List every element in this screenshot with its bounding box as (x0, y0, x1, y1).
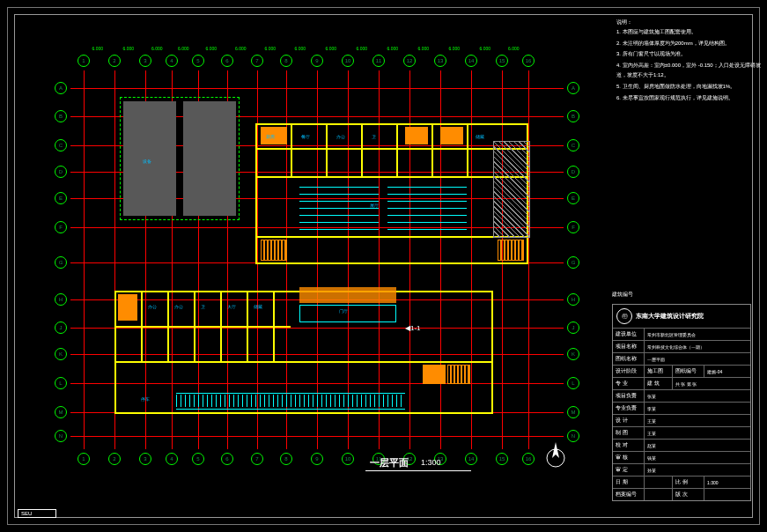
parking-slot (352, 395, 358, 407)
tb-value: 孙某 (645, 464, 750, 476)
grid-bubble: 13 (434, 55, 446, 67)
title-underline (365, 470, 471, 471)
stair (447, 365, 470, 384)
grid-bubble: L (55, 377, 67, 389)
grid-bubble: 5 (192, 453, 204, 465)
room-label: 设备 (143, 159, 151, 164)
stair-core (405, 127, 428, 144)
grid-bubble: 8 (280, 55, 292, 67)
grid-bubble: 4 (166, 55, 178, 67)
parking-slot (370, 395, 375, 407)
parking-slot (379, 395, 384, 407)
tb-label: 日 期 (613, 477, 645, 488)
grid-bubble: 7 (251, 55, 263, 67)
wall (220, 291, 222, 361)
tb-value: 张某 (645, 390, 750, 402)
grid-bubble: 14 (465, 55, 477, 67)
tb-label: 设 计 (613, 415, 645, 426)
parking-slot (220, 395, 225, 407)
wall (255, 176, 528, 178)
wall (396, 123, 398, 176)
tb-value: 李某 (645, 403, 750, 414)
parking-row (176, 393, 405, 409)
room-label: 展厅 (370, 203, 379, 208)
wall (326, 123, 328, 176)
tb-value: 共 张 第 张 (673, 378, 750, 389)
title-block: ㊞ 东南大学建筑设计研究院 建设单位常州市新北区管理委员会 项目名称常州科技文化… (612, 304, 751, 501)
tb-label: 图纸名称 (613, 353, 645, 365)
wall (167, 291, 169, 361)
grid-line-v (84, 70, 85, 449)
room-label: 餐厅 (301, 134, 310, 139)
wall (114, 361, 493, 363)
wall (273, 291, 275, 361)
dim-label: 6.000 (357, 46, 368, 51)
parking-slot (238, 395, 243, 407)
wall (291, 123, 292, 176)
room-label: 储藏 (476, 134, 484, 139)
parking-slot (291, 395, 296, 407)
grid-bubble: C (567, 139, 579, 151)
note-item: 5. 卫生间、厨房地面做防水处理，向地漏找坡1%。 (616, 82, 762, 92)
tb-value (645, 477, 673, 488)
title-block-header: ㊞ 东南大学建筑设计研究院 (613, 305, 750, 329)
tb-value (704, 489, 750, 500)
tb-value: 建 筑 (645, 378, 673, 389)
grid-bubble: 12 (403, 55, 416, 67)
grid-bubble: K (567, 348, 579, 360)
north-arrow-icon (546, 440, 565, 469)
parking-slot (273, 395, 278, 407)
parking-slot (203, 395, 208, 407)
grid-bubble: 7 (251, 453, 263, 465)
grid-bubble: 2 (108, 453, 121, 465)
parking-slot (264, 395, 269, 407)
room-label: 储藏 (254, 304, 262, 309)
stair (498, 240, 524, 261)
wall (255, 236, 528, 238)
parking-slot (387, 395, 393, 407)
parking-slot (317, 395, 322, 407)
note-item: 2. 未注明的墙体厚度均为200mm，详见结构图。 (616, 39, 762, 48)
parking-slot (326, 395, 331, 407)
louver-block (493, 141, 530, 238)
grid-bubble: 10 (342, 55, 354, 67)
stamp-box: SEU (18, 509, 56, 518)
grid-bubble: 15 (496, 453, 508, 465)
tb-label: 项目名称 (613, 341, 645, 352)
tb-label: 档案编号 (613, 489, 645, 500)
grid-bubble: 3 (139, 55, 151, 67)
grid-bubble: 9 (311, 453, 323, 465)
dim-label: 6.000 (92, 46, 104, 51)
floor-plan: AABBCCDDEEFFGGHHJJKKLLMMNN116.000226.000… (35, 35, 590, 493)
grid-bubble: 1 (77, 55, 90, 67)
tb-value: 建施-04 (704, 366, 750, 377)
tb-value: 施工图 (645, 366, 673, 377)
grid-line-v (528, 70, 529, 449)
parking-slot (185, 395, 190, 407)
wall (431, 123, 433, 176)
tb-value: 王某 (645, 415, 750, 426)
grid-bubble: G (55, 256, 67, 269)
tb-value: 常州科技文化综合体（一期） (645, 341, 750, 352)
room-label: 厨房 (266, 134, 275, 139)
grid-bubble: 15 (496, 55, 508, 67)
dim-label: 6.000 (235, 46, 247, 51)
grid-bubble: N (567, 430, 579, 442)
tb-label: 设计阶段 (613, 366, 645, 377)
parking-slot (211, 395, 217, 407)
grid-bubble: H (567, 293, 579, 306)
parking-slot (343, 395, 349, 407)
grid-bubble: D (567, 166, 579, 178)
tb-value: 一层平面 (645, 353, 750, 365)
dim-label: 6.000 (151, 46, 163, 51)
parking-slot (361, 395, 366, 407)
tb-value (645, 489, 673, 500)
note-item: 6. 未尽事宜按国家现行规范执行，详见建施说明。 (616, 93, 762, 103)
parking-slot (299, 395, 305, 407)
tb-label: 校 对 (613, 440, 645, 451)
room-label: 办公 (336, 134, 345, 139)
parking-slot (396, 395, 402, 407)
tb-label: 建设单位 (613, 329, 645, 340)
project-no-label: 建筑编号 (612, 291, 633, 299)
dim-label: 6.000 (206, 46, 218, 51)
